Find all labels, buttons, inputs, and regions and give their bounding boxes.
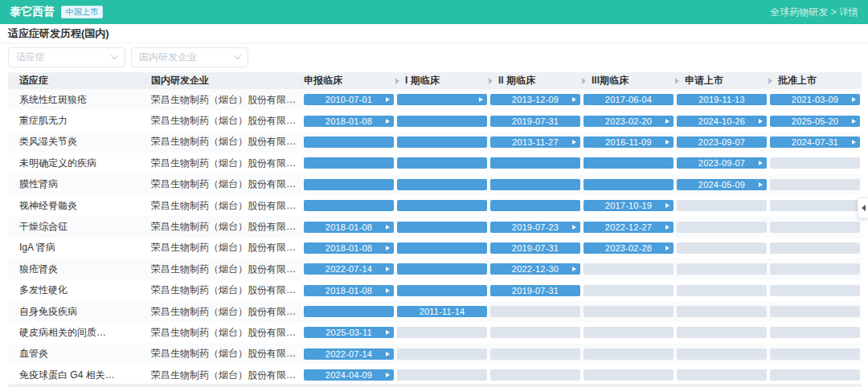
listing-status-badge: 中国上市 (61, 6, 103, 18)
stage-cell (395, 136, 489, 148)
stage-bar (770, 263, 860, 275)
stage-cell: 2018-01-08 (302, 242, 395, 254)
stage-bar (583, 369, 674, 381)
stage-label: 批准上市 (778, 74, 817, 88)
stage-bar (397, 263, 487, 275)
indication-cell: 自身免疫疾病 (8, 305, 146, 319)
stage-detail-arrow-icon[interactable] (852, 140, 856, 145)
stage-date: 2010-07-01 (326, 94, 372, 105)
company-cell: 荣昌生物制药（烟台）股份有限公司 (146, 347, 302, 361)
table-body: 系统性红斑狼疮 荣昌生物制药（烟台）股份有限公司 2010-07-012013-… (8, 89, 862, 385)
stage-cell (395, 116, 489, 127)
stage-bar: 2013-11-27 (490, 136, 580, 148)
stage-cell (489, 157, 582, 169)
company-cell: 荣昌生物制药（烟台）股份有限公司 (146, 326, 302, 340)
stage-cell (395, 263, 489, 275)
stage-cell: 2016-11-09 (582, 136, 675, 148)
stage-label: 申请上市 (685, 74, 723, 88)
stage-cell: 2024-05-09 (675, 179, 768, 190)
stage-detail-arrow-icon[interactable] (572, 267, 576, 271)
stage-detail-arrow-icon[interactable] (759, 182, 763, 187)
stage-bar: 2017-06-04 (583, 94, 674, 105)
stage-cell: 2019-07-31 (489, 116, 582, 127)
stage-cell: 2025-05-20 (768, 116, 862, 127)
stage-bar (397, 369, 487, 381)
stage-cell (302, 200, 395, 211)
stage-bar (677, 348, 767, 360)
breadcrumb[interactable]: 全球药物研发 > 详情 (770, 6, 858, 19)
stage-cell (489, 369, 582, 381)
stage-detail-arrow-icon[interactable] (572, 97, 576, 102)
stage-bar (397, 222, 487, 233)
column-header-stage: II 期临床 (489, 74, 582, 88)
stage-bar: 2019-11-13 (677, 94, 767, 105)
stage-bar (770, 327, 860, 338)
stage-cell (675, 327, 768, 338)
stage-detail-arrow-icon[interactable] (386, 97, 390, 102)
table-row: 硬皮病相关的间质… 荣昌生物制药（烟台）股份有限公司 2025-03-11 (8, 322, 862, 343)
stage-label: 申报临床 (304, 74, 342, 88)
table-row: 重症肌无力 荣昌生物制药（烟台）股份有限公司 2018-01-082019-07… (8, 110, 862, 131)
stage-bar (397, 285, 487, 296)
stage-cell (675, 285, 768, 296)
stage-bar: 2022-07-14 (304, 348, 394, 360)
stage-date: 2022-07-14 (326, 348, 372, 360)
stage-timeline: 2018-01-082019-07-312023-02-202024-10-26… (302, 116, 862, 127)
stage-cell: 2022-07-14 (302, 263, 395, 275)
stage-cell (768, 285, 862, 296)
company-cell: 荣昌生物制药（烟台）股份有限公司 (146, 93, 302, 107)
table-row: 未明确定义的疾病 荣昌生物制药（烟台）股份有限公司 2023-09-07 (8, 153, 862, 173)
indication-filter-select[interactable]: 适应症 (8, 47, 125, 67)
stage-detail-arrow-icon[interactable] (386, 119, 390, 124)
stage-detail-arrow-icon[interactable] (572, 140, 576, 145)
stage-cell (768, 157, 862, 169)
stage-cell (675, 222, 768, 233)
company-filter-select[interactable]: 国内研发企业 (131, 47, 248, 67)
stage-bar (770, 306, 860, 317)
stage-detail-arrow-icon[interactable] (386, 246, 390, 251)
stage-column-headers: 申报临床I 期临床II 期临床III期临床申请上市批准上市 (302, 74, 862, 88)
stage-timeline: 2024-05-09 (302, 179, 862, 190)
stage-cell: 2019-07-31 (489, 285, 582, 296)
company-cell: 荣昌生物制药（烟台）股份有限公司 (146, 114, 302, 128)
stage-bar (490, 179, 580, 190)
stage-bar: 2023-02-20 (583, 116, 674, 127)
stage-detail-arrow-icon[interactable] (665, 140, 669, 145)
stage-detail-arrow-icon[interactable] (386, 288, 390, 293)
stage-detail-arrow-icon[interactable] (386, 225, 390, 230)
stage-label: I 期临床 (405, 74, 440, 88)
stage-detail-arrow-icon[interactable] (386, 352, 390, 356)
stage-bar (490, 327, 580, 338)
stage-cell (395, 157, 489, 169)
stage-cell (489, 348, 582, 360)
collapse-panel-handle[interactable] (858, 198, 868, 218)
stage-cell: 2017-10-19 (582, 200, 675, 211)
stage-detail-arrow-icon[interactable] (386, 330, 390, 335)
stage-detail-arrow-icon[interactable] (386, 267, 390, 271)
stage-detail-arrow-icon[interactable] (759, 161, 763, 165)
stage-date: 2023-02-20 (605, 116, 652, 127)
stage-label: III期临床 (592, 74, 628, 88)
stage-detail-arrow-icon[interactable] (665, 225, 669, 230)
stage-detail-arrow-icon[interactable] (479, 97, 483, 102)
company-filter-placeholder: 国内研发企业 (139, 51, 197, 64)
stage-bar: 2024-07-31 (770, 136, 860, 148)
stage-cell (675, 306, 768, 317)
stage-detail-arrow-icon[interactable] (386, 373, 390, 377)
stage-detail-arrow-icon[interactable] (665, 246, 669, 251)
stage-cell (582, 369, 675, 381)
stage-detail-arrow-icon[interactable] (852, 97, 856, 102)
stage-detail-arrow-icon[interactable] (759, 119, 763, 124)
stage-label: II 期临床 (498, 74, 535, 88)
column-header-stage: 申报临床 (302, 74, 395, 88)
stage-detail-arrow-icon[interactable] (665, 119, 669, 124)
stage-cell (395, 348, 489, 360)
stage-detail-arrow-icon[interactable] (852, 119, 856, 124)
stage-bar (583, 157, 674, 169)
indication-cell: 多发性硬化 (8, 283, 146, 297)
stage-bar (677, 222, 767, 233)
stage-detail-arrow-icon[interactable] (665, 203, 669, 208)
stage-bar (583, 306, 674, 317)
stage-detail-arrow-icon[interactable] (572, 225, 576, 230)
stage-date: 2023-02-28 (605, 242, 652, 254)
